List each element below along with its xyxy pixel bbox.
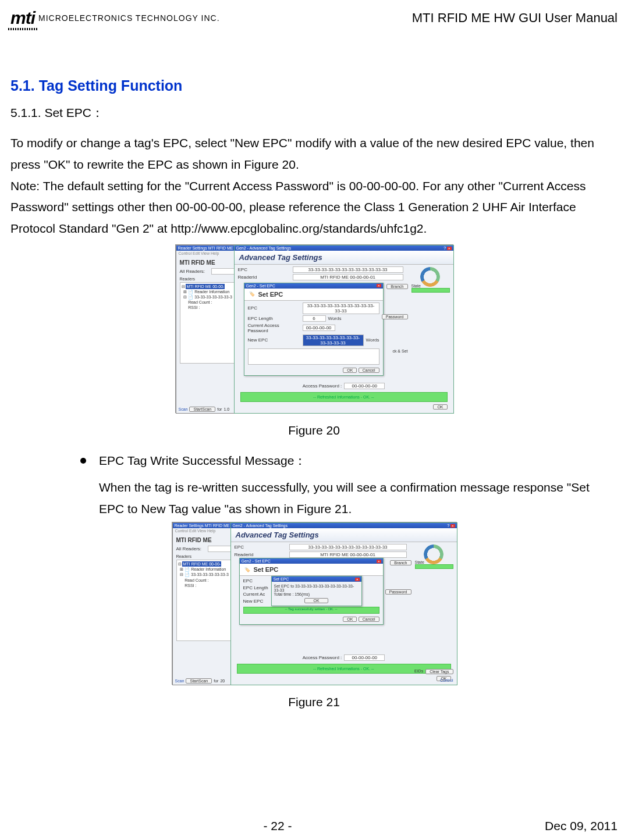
log-area (248, 348, 379, 365)
for-label-2: for (214, 679, 218, 683)
figure-21: Reader Settings MTI RFID ME Control Edit… (10, 522, 618, 709)
branch-button-2[interactable]: Branch (390, 560, 411, 565)
tree-root-2: MTI RFID ME 00-00- (182, 561, 221, 567)
page-number: - 22 - (264, 819, 292, 833)
scan-heading-2: Scan (175, 679, 185, 683)
footer-date: Dec 09, 2011 (545, 819, 618, 833)
state-indicator-2 (415, 564, 453, 569)
paragraph-2: Note: The default setting for the "Curre… (10, 176, 618, 240)
tree-reader-info: Reader Information (194, 290, 229, 294)
setepc-titlebar-2: Gen2 - Set EPC × (240, 558, 383, 564)
adv-window-titlebar: Gen2 - Advanced Tag Settings ? × (235, 245, 453, 251)
scan-heading: Scan (179, 407, 188, 411)
logo-mark: mti (10, 8, 35, 28)
close-icon[interactable]: × (355, 578, 360, 581)
section-number: 5.1. (10, 77, 35, 94)
ok-button-adv[interactable]: OK (433, 404, 447, 410)
tag-icon: 🏷️ (249, 291, 255, 297)
setepc-window-title: Gen2 - Set EPC (246, 284, 275, 288)
section-title: Tag Setting Function (39, 77, 183, 94)
page-header: mti MICROELECTRONICS TECHNOLOGY INC. MTI… (10, 6, 618, 34)
newepc-value[interactable]: 33-33-33-33-33-33-33-33-33-33-33-33 (303, 334, 364, 346)
epc-label-2: EPC (248, 305, 300, 311)
for-value[interactable]: 1.0 (223, 407, 234, 411)
figure-20-caption: Figure 20 (10, 423, 618, 437)
epc-label-3: EPC (235, 544, 287, 550)
close-icon[interactable]: × (377, 560, 381, 563)
setepc-titlebar: Gen2 - Set EPC × (244, 283, 383, 289)
paragraph-1: To modify or change a tag's EPC, select … (10, 133, 618, 176)
bullet-title: EPC Tag Write Successful Message： (99, 453, 306, 469)
eids-label: EIDs (414, 669, 423, 674)
readers-filter-label: All Readers: (180, 269, 209, 274)
access-pwd-label: Access Password : (303, 383, 342, 389)
msgbox-line1: Set EPC to 33-33-33-33-33-33-33-33-33-33… (274, 584, 359, 592)
ok-button-2[interactable]: OK (343, 617, 357, 622)
subsection-heading: 5.1.1. Set EPC： (10, 105, 618, 121)
cancel-button-2[interactable]: Cancel (359, 617, 379, 622)
main-window-title: Reader Settings MTI RFID ME (178, 246, 233, 250)
readerid-value-2: MTI RFID ME 00-00-00-01 (289, 551, 407, 558)
tag-icon-2: 🏷️ (244, 567, 250, 572)
adv-heading: Advanced Tag Settings (235, 251, 453, 265)
section-heading: 5.1. Tag Setting Function (10, 77, 618, 94)
epc-label: EPC (238, 267, 290, 272)
access-pwd-value-2[interactable]: 00-00-00-00 (344, 654, 385, 661)
tree-rssi: RSSI : (188, 305, 200, 309)
setepc-heading: Set EPC (258, 291, 283, 298)
words-label: Words (328, 316, 342, 321)
subsection-title: Set EPC： (44, 106, 104, 119)
adv-window-title-2: Gen2 - Advanced Tag Settings (233, 524, 288, 528)
cap-value[interactable]: 00-00-00-00 (303, 325, 335, 331)
start-scan-button[interactable]: StartScan (189, 407, 215, 412)
document-title: MTI RFID ME HW GUI User Manual (412, 10, 618, 26)
bullet-item: EPC Tag Write Successful Message： When t… (80, 453, 618, 520)
tree-root-selected: MTI RFID ME 00-00- (186, 284, 225, 289)
readerid-label: ReaderId (238, 275, 290, 280)
figure-20: Reader Settings MTI RFID ME Control Edit… (10, 244, 618, 437)
start-scan-button-2[interactable]: StartScan (186, 678, 212, 684)
state-indicator (411, 288, 450, 293)
readerid-label-2: ReaderId (235, 552, 287, 557)
newepc-label: New EPC (248, 337, 300, 343)
epclen-value[interactable]: 6 (303, 315, 326, 322)
close-icon[interactable]: × (447, 247, 452, 250)
page-footer: - 22 - Dec 09, 2011 (10, 819, 618, 833)
screenshot-figure-20: Reader Settings MTI RFID ME Control Edit… (175, 244, 453, 413)
close-icon[interactable]: × (377, 284, 381, 287)
adv-heading-2: Advanced Tag Settings (231, 528, 457, 542)
figure-21-caption: Figure 21 (10, 695, 618, 709)
company-logo: mti MICROELECTRONICS TECHNOLOGY INC. (10, 8, 220, 28)
tree-epc-2: 33-33-33-33-33-33-3 (191, 572, 229, 576)
branch-button[interactable]: Branch (386, 284, 407, 289)
epc-value-3: 33-33-33-33-33-33-33-33-33-33-33-33 (289, 544, 407, 550)
tree-rssi-2: RSSI : (185, 583, 196, 588)
readers-filter-label-2: All Readers: (176, 546, 205, 551)
adv-window-titlebar-2: Gen2 - Advanced Tag Settings ? × (231, 523, 457, 528)
ok-button[interactable]: OK (343, 368, 357, 373)
screenshot-figure-21: Reader Settings MTI RFID ME Control Edit… (172, 522, 457, 685)
for-label: for (217, 407, 222, 411)
state-label-2: State (415, 560, 453, 564)
bullet-body: When the tag is re-written successfully,… (99, 477, 618, 520)
lockset-label: ck & Set (392, 349, 407, 353)
clear-tags-button[interactable]: Clear Tags (425, 669, 453, 674)
epclen-label: EPC Length (248, 316, 300, 321)
tree-read-count-2: Read Count : (185, 578, 208, 582)
access-pwd-value[interactable]: 00-00-00-00 (344, 383, 385, 389)
password-button-2[interactable]: Password (385, 589, 411, 595)
access-pwd-label-2: Access Password : (303, 655, 342, 660)
password-button[interactable]: Password (382, 314, 408, 319)
tag-write-status: -- Tag successfully written - OK. -- (243, 607, 379, 614)
setepc-heading-2: Set EPC (254, 566, 279, 573)
control-heading: Control (440, 678, 453, 682)
readerid-value: MTI RFID ME 00-00-00-01 (293, 274, 403, 280)
msgbox-ok-button[interactable]: OK (304, 598, 328, 603)
for-value-2[interactable]: 20 (220, 679, 230, 683)
close-icon[interactable]: × (450, 524, 455, 528)
msgbox-titlebar: Set EPC × (272, 576, 361, 582)
epc-value-2: 33-33-33-33-33-33-33-33-33-33-33-33 (303, 302, 379, 314)
logo-text: MICROELECTRONICS TECHNOLOGY INC. (38, 13, 220, 23)
state-label: State (411, 284, 450, 288)
cancel-button[interactable]: Cancel (359, 368, 379, 373)
